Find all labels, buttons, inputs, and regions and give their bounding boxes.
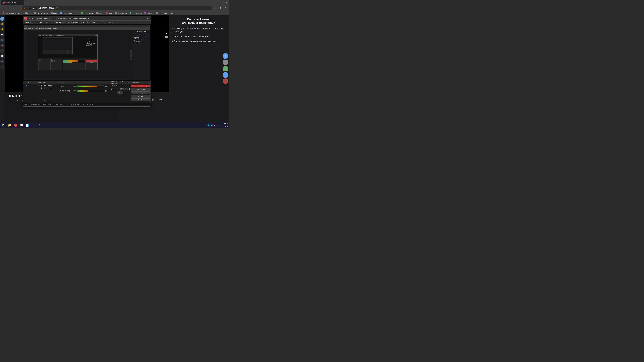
obs-exit-button[interactable]: Выход (131, 98, 150, 101)
vk-more-icon[interactable]: ••• (0, 59, 4, 63)
maximize-button[interactable]: □ (220, 1, 224, 4)
taskbar-clock[interactable]: 20:17 09.09.2020 (219, 123, 228, 128)
taskbar-opera-icon[interactable]: 🔴 (13, 122, 18, 128)
bookmark-4[interactable]: Импортировано и... (59, 12, 80, 14)
bookmark-1[interactable]: napa (24, 12, 32, 14)
vk-notifications-icon[interactable]: 🔔 (0, 27, 4, 31)
tray-network-icon[interactable]: 🌐 (206, 124, 209, 126)
obs-close-button[interactable]: ✕ (146, 17, 149, 20)
obs-source-item-1[interactable]: 👁 🔒 Захват окна (37, 87, 58, 89)
vk-avatar[interactable]: С (0, 17, 4, 21)
taskbar-app5-icon[interactable]: ⚔ (31, 122, 36, 128)
obs-sources-settings-button[interactable]: ⚙ (44, 100, 46, 102)
video-settings-button[interactable] (164, 36, 168, 39)
bookmark-button[interactable]: ☆ (214, 6, 218, 10)
bookmark-6[interactable]: СНВД (95, 12, 104, 14)
obs-menu-file[interactable]: Файл (Р) (24, 21, 33, 23)
avatar-1[interactable] (223, 59, 228, 65)
obs-sources-up-button[interactable]: ∧ (46, 100, 49, 102)
avatar-3[interactable] (223, 72, 228, 78)
taskbar-obs-icon[interactable]: ⚙ (37, 122, 42, 128)
obs-menu-view[interactable]: Вид (V) (45, 21, 54, 23)
obs-mixer-mute-1[interactable]: 🔊 (105, 90, 107, 92)
obs-fade-up-arrow[interactable]: + (127, 85, 128, 87)
obs-sources-settings-icon[interactable]: ⚙ (55, 81, 56, 84)
forward-button[interactable]: › (6, 6, 10, 10)
tray-volume-icon[interactable]: 🔊 (210, 124, 213, 126)
obs-menu-help[interactable]: Справка (Н) (102, 21, 114, 23)
stream-like-button[interactable]: ♡ (8, 99, 12, 103)
obs-scene-item-0[interactable]: Сцена (23, 84, 37, 87)
obs-source-eye-1[interactable]: 👁 (38, 87, 40, 89)
bookmark-8[interactable]: ДОМОФОН (114, 12, 128, 14)
address-bar[interactable]: 🔒 vk.com/video485187079_456239147 (22, 6, 212, 10)
obs-mixer-settings-icon[interactable]: ⚙ (107, 81, 109, 84)
obs-source-lock-1[interactable]: 🔒 (40, 87, 42, 89)
obs-menu-tools[interactable]: Инструменты (Т) (85, 21, 102, 23)
obs-scenes-up-button[interactable]: ∧ (30, 100, 32, 102)
obs-mini-ready-text: Почти всё готоводля начала трансляции! 1… (85, 37, 97, 58)
obs-source-lock-0[interactable]: 🔒 (40, 85, 42, 86)
obs-menu-edit[interactable]: Правка (Е) (34, 21, 45, 23)
vk-home-icon[interactable]: 🏠 (0, 22, 4, 26)
bookmark-3[interactable]: мама (49, 12, 59, 14)
obs-settings-button[interactable]: Настройки (131, 95, 150, 98)
new-tab-button[interactable]: + (25, 1, 29, 4)
obs-fade-down-arrow[interactable]: - (128, 85, 129, 87)
bookmark-10[interactable]: каналы (143, 12, 154, 14)
obs-menu-scenes[interactable]: Коллекция сцен (S) (67, 21, 85, 23)
obs-studio-mode-button[interactable]: Режим студии (131, 91, 150, 94)
obs-mixer-settings-0[interactable]: ⚙ (107, 86, 109, 87)
obs-sources-down-button[interactable]: ∨ (49, 100, 52, 102)
taskbar-discord-icon[interactable]: 💬 (19, 122, 24, 128)
avatar-4[interactable] (223, 78, 228, 84)
obs-scenes-down-button[interactable]: ∨ (32, 100, 35, 102)
obs-source-item-0[interactable]: 👁 🔒 Захват экрана (37, 84, 58, 87)
vk-messages-icon[interactable]: 💬 (0, 33, 4, 37)
home-button[interactable]: ⌂ (16, 6, 20, 10)
start-button[interactable]: ⊞ (0, 122, 6, 128)
bookmark-5[interactable]: Программы (80, 12, 94, 14)
key-link[interactable]: KEY (192, 27, 196, 30)
obs-sources-remove-button[interactable]: − (41, 100, 43, 102)
vk-history-icon[interactable]: 🕐 (0, 54, 4, 58)
video-close-button[interactable]: ✕ (164, 31, 168, 36)
download-button[interactable]: ⬇ (218, 6, 223, 10)
bookmark-0[interactable]: (40) BITALIUM ОБЗ... (1, 12, 23, 14)
minimize-button[interactable]: ─ (215, 1, 219, 4)
obs-transition-remove-button[interactable]: − (120, 91, 124, 94)
taskbar-explorer-icon[interactable]: 📁 (7, 122, 12, 128)
url-link[interactable]: URL (186, 27, 190, 30)
vk-likes-icon[interactable]: ♥ (0, 43, 4, 47)
browser-tab[interactable]: (40) BITALIUM ОБЗ... (1, 0, 24, 5)
obs-maximize-button[interactable]: □ (142, 17, 146, 20)
obs-stop-stream-button[interactable]: Остановить трансляцию (131, 84, 150, 87)
reload-button[interactable]: ↻ (11, 6, 16, 10)
obs-transitions-settings-icon[interactable]: ⚙ (127, 81, 129, 84)
close-button[interactable]: ✕ (224, 1, 228, 4)
obs-mixer-mute-0[interactable]: 🔊 (105, 86, 107, 87)
back-button[interactable]: ‹ (1, 6, 5, 10)
vk-friends-icon[interactable]: 👥 (0, 38, 4, 42)
obs-scenes-remove-button[interactable]: − (26, 100, 29, 102)
obs-mixer-settings-1[interactable]: ⚙ (107, 90, 109, 92)
vk-settings-icon[interactable]: ⚙ (0, 65, 4, 69)
obs-start-recording-button[interactable]: Начать запись (131, 88, 150, 91)
obs-duration-input[interactable] (120, 88, 128, 90)
obs-transition-add-button[interactable]: + (116, 91, 120, 94)
bookmark-7[interactable]: таня (105, 12, 113, 14)
obs-scenes-settings-icon[interactable]: ⚙ (34, 81, 36, 84)
vk-explore-icon[interactable]: ▷ (0, 49, 4, 53)
menu-button[interactable]: ⋮ (224, 6, 228, 10)
obs-source-eye-0[interactable]: 👁 (38, 85, 40, 86)
obs-menu-profile[interactable]: Профиль (P) (54, 21, 66, 23)
bookmark-9[interactable]: погода инта (128, 12, 143, 14)
avatar-0[interactable]: С (223, 53, 228, 59)
obs-sources-add-button[interactable]: + (38, 100, 40, 102)
obs-scenes-add-button[interactable]: + (24, 100, 26, 102)
obs-minimize-button[interactable]: ─ (139, 17, 142, 20)
bookmark-11[interactable]: расписание автобу... (154, 12, 176, 14)
avatar-2[interactable] (223, 66, 228, 71)
taskbar-app4-icon[interactable]: 📊 (25, 122, 30, 128)
bookmark-2[interactable]: УЧЕБА МАМА (33, 12, 49, 14)
